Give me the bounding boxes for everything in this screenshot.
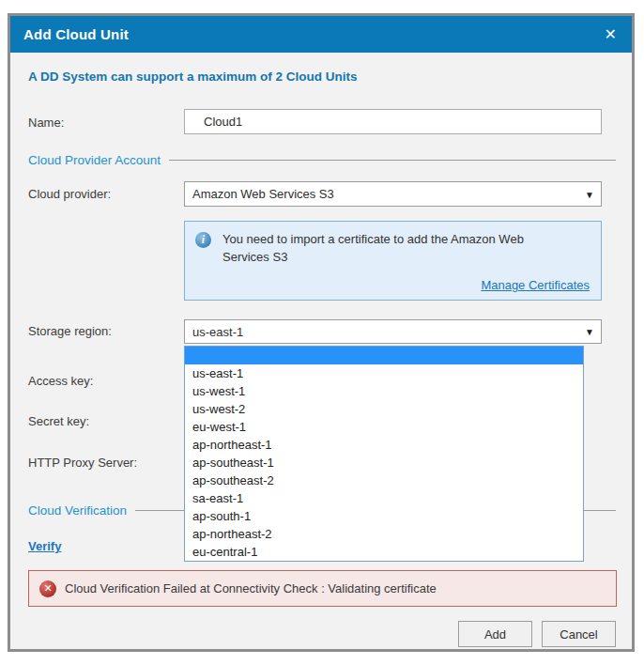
region-option[interactable]: us-west-2 bbox=[185, 400, 583, 418]
add-cloud-unit-dialog: Add Cloud Unit ✕ A DD System can support… bbox=[8, 13, 635, 652]
info-icon: i bbox=[195, 232, 211, 248]
provider-select-value: Amazon Web Services S3 bbox=[192, 187, 334, 201]
region-option[interactable]: eu-west-1 bbox=[185, 418, 583, 436]
verification-error-banner: ✕ Cloud Verification Failed at Connectiv… bbox=[28, 570, 617, 607]
secret-key-label: Secret key: bbox=[28, 414, 89, 428]
section-divider bbox=[169, 160, 616, 161]
region-option[interactable]: us-east-1 bbox=[185, 364, 583, 382]
error-icon: ✕ bbox=[39, 580, 56, 597]
close-icon[interactable]: ✕ bbox=[605, 27, 617, 42]
region-select[interactable]: us-east-1 ▼ bbox=[184, 319, 602, 344]
dialog-title: Add Cloud Unit bbox=[23, 26, 129, 42]
region-option[interactable]: eu-central-1 bbox=[185, 543, 583, 561]
manage-certificates-link[interactable]: Manage Certificates bbox=[481, 278, 590, 292]
provider-select[interactable]: Amazon Web Services S3 ▼ bbox=[184, 181, 602, 207]
certificate-info-box: i You need to import a certificate to ad… bbox=[184, 221, 602, 301]
dialog-titlebar: Add Cloud Unit ✕ bbox=[10, 16, 632, 53]
verification-section-label: Cloud Verification bbox=[28, 503, 127, 518]
region-option[interactable]: ap-southeast-1 bbox=[185, 454, 583, 472]
provider-section-header: Cloud Provider Account bbox=[28, 153, 616, 167]
region-option[interactable] bbox=[185, 347, 583, 364]
region-option[interactable]: ap-southeast-2 bbox=[185, 472, 583, 489]
region-label: Storage region: bbox=[28, 324, 112, 338]
region-option[interactable]: ap-northeast-2 bbox=[185, 525, 583, 543]
region-option[interactable]: us-west-1 bbox=[185, 382, 583, 400]
access-key-label: Access key: bbox=[28, 374, 93, 388]
name-label: Name: bbox=[28, 116, 64, 130]
region-option[interactable]: ap-northeast-1 bbox=[185, 436, 583, 454]
region-option[interactable]: sa-east-1 bbox=[185, 489, 583, 507]
cancel-button[interactable]: Cancel bbox=[542, 621, 616, 647]
chevron-down-icon: ▼ bbox=[585, 189, 594, 199]
region-select-value: us-east-1 bbox=[192, 325, 243, 339]
provider-section-label: Cloud Provider Account bbox=[28, 153, 161, 167]
verify-link[interactable]: Verify bbox=[28, 539, 61, 553]
chevron-down-icon: ▼ bbox=[585, 327, 594, 337]
provider-label: Cloud provider: bbox=[28, 187, 111, 201]
region-option[interactable]: ap-south-1 bbox=[185, 507, 583, 525]
http-proxy-label: HTTP Proxy Server: bbox=[28, 456, 137, 470]
add-button[interactable]: Add bbox=[458, 621, 532, 647]
max-units-note: A DD System can support a maximum of 2 C… bbox=[28, 70, 358, 84]
certificate-info-text: You need to import a certificate to add … bbox=[222, 230, 572, 266]
name-input[interactable] bbox=[184, 109, 602, 134]
verification-error-text: Cloud Verification Failed at Connectivit… bbox=[65, 581, 437, 595]
region-dropdown-list: us-east-1us-west-1us-west-2eu-west-1ap-n… bbox=[184, 346, 584, 562]
